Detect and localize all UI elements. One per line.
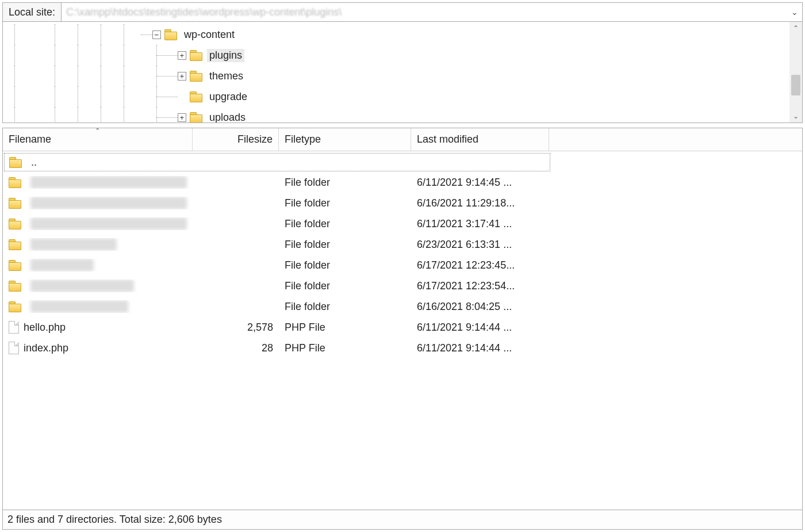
file-modified: 6/17/2021 12:23:54...	[411, 280, 549, 292]
chevron-down-icon: ⌄	[791, 7, 798, 17]
folder-icon	[9, 260, 21, 270]
file-type: File folder	[279, 259, 411, 271]
folder-icon	[190, 50, 202, 60]
folder-icon	[9, 198, 21, 208]
sort-ascending-icon: ⌃	[95, 128, 100, 135]
file-icon	[9, 321, 19, 334]
folder-icon	[9, 301, 21, 312]
folder-icon	[9, 177, 21, 187]
parent-directory-row[interactable]: ..	[3, 151, 802, 172]
folder-icon	[190, 71, 202, 81]
file-size: 28	[193, 342, 279, 354]
tree-item[interactable]: +uploads	[3, 107, 789, 123]
tree-expand-icon[interactable]: +	[178, 72, 186, 81]
column-header-filetype[interactable]: Filetype	[279, 128, 411, 151]
tree-expand-icon[interactable]: +	[178, 113, 186, 122]
redacted-filename	[30, 197, 187, 209]
parent-directory-label: ..	[31, 156, 37, 169]
redacted-filename	[30, 176, 187, 189]
file-type: PHP File	[279, 342, 411, 354]
file-type: File folder	[279, 177, 411, 189]
redacted-filename	[30, 217, 187, 230]
tree-item-label: upgrade	[207, 90, 250, 104]
status-bar: 2 files and 7 directories. Total size: 2…	[2, 510, 803, 530]
tree-item-label: themes	[207, 70, 246, 83]
column-header-filetype-label: Filetype	[285, 133, 321, 146]
tree-expand-icon[interactable]: +	[178, 51, 186, 60]
file-row[interactable]: File folder6/23/2021 6:13:31 ...	[3, 234, 802, 255]
file-row[interactable]: File folder6/11/2021 3:17:41 ...	[3, 213, 802, 234]
tree-item[interactable]: +themes	[3, 66, 789, 86]
column-header-last-modified-label: Last modified	[417, 133, 478, 146]
local-site-label: Local site:	[3, 3, 62, 21]
file-modified: 6/11/2021 3:17:41 ...	[411, 218, 549, 230]
file-type: File folder	[279, 280, 411, 292]
local-site-path-input[interactable]: C:\xampp\htdocs\testingtides\wordpress\w…	[62, 3, 787, 21]
file-type: File folder	[279, 197, 411, 209]
folder-icon	[9, 219, 21, 229]
file-type: File folder	[279, 301, 411, 313]
redacted-filename	[30, 280, 134, 292]
redacted-filename	[30, 259, 94, 271]
file-modified: 6/16/2021 11:29:18...	[411, 197, 549, 209]
file-name: index.php	[24, 342, 68, 354]
file-list: ⌃ Filename Filesize Filetype Last modifi…	[2, 128, 803, 510]
file-modified: 6/11/2021 9:14:44 ...	[411, 322, 549, 334]
file-size: 2,578	[193, 322, 279, 334]
file-row[interactable]: index.php28PHP File6/11/2021 9:14:44 ...	[3, 338, 802, 358]
tree-collapse-icon[interactable]: −	[152, 30, 161, 39]
file-modified: 6/16/2021 8:04:25 ...	[411, 301, 549, 313]
file-modified: 6/11/2021 9:14:45 ...	[411, 177, 549, 189]
file-name: hello.php	[24, 322, 66, 334]
file-type: File folder	[279, 239, 411, 251]
redacted-filename	[30, 238, 117, 251]
scroll-down-button[interactable]: ⌄	[789, 110, 802, 123]
tree-scrollbar[interactable]: ⌃ ⌄	[789, 22, 802, 123]
file-row[interactable]: File folder6/16/2021 11:29:18...	[3, 193, 802, 213]
file-row[interactable]: File folder6/16/2021 8:04:25 ...	[3, 296, 802, 317]
folder-tree[interactable]: −wp-content+plugins+themesupgrade+upload…	[2, 22, 803, 123]
folder-icon	[190, 112, 202, 123]
folder-icon	[164, 29, 177, 40]
column-header-filename-label: Filename	[9, 133, 51, 146]
folder-icon	[190, 91, 202, 102]
file-row[interactable]: hello.php2,578PHP File6/11/2021 9:14:44 …	[3, 317, 802, 338]
file-icon	[9, 342, 19, 354]
path-dropdown-button[interactable]: ⌄	[787, 3, 802, 21]
folder-icon	[9, 239, 21, 250]
redacted-filename	[30, 300, 128, 313]
file-modified: 6/11/2021 9:14:44 ...	[411, 342, 549, 354]
file-modified: 6/17/2021 12:23:45...	[411, 259, 549, 271]
local-panel: Local site: C:\xampp\htdocs\testingtides…	[0, 0, 805, 532]
tree-item[interactable]: −wp-content	[3, 24, 789, 45]
column-header-filename[interactable]: ⌃ Filename	[3, 128, 193, 151]
folder-icon	[9, 157, 22, 167]
file-row[interactable]: File folder6/17/2021 12:23:45...	[3, 255, 802, 275]
tree-item-label: uploads	[207, 111, 248, 124]
scroll-up-button[interactable]: ⌃	[789, 22, 802, 35]
tree-item[interactable]: +plugins	[3, 45, 789, 66]
scroll-thumb[interactable]	[791, 75, 800, 95]
folder-icon	[9, 281, 21, 291]
local-site-pathbar: Local site: C:\xampp\htdocs\testingtides…	[2, 2, 803, 22]
file-type: PHP File	[279, 322, 411, 334]
tree-item-label: plugins	[207, 49, 244, 62]
column-header-filesize-label: Filesize	[237, 133, 273, 146]
file-row[interactable]: File folder6/11/2021 9:14:45 ...	[3, 172, 802, 193]
file-list-header: ⌃ Filename Filesize Filetype Last modifi…	[3, 128, 802, 151]
file-row[interactable]: File folder6/17/2021 12:23:54...	[3, 275, 802, 296]
file-type: File folder	[279, 218, 411, 230]
column-header-filesize[interactable]: Filesize	[193, 128, 279, 151]
file-modified: 6/23/2021 6:13:31 ...	[411, 239, 549, 251]
tree-item[interactable]: upgrade	[3, 86, 789, 107]
tree-item-label: wp-content	[182, 28, 237, 41]
column-header-last-modified[interactable]: Last modified	[411, 128, 549, 151]
